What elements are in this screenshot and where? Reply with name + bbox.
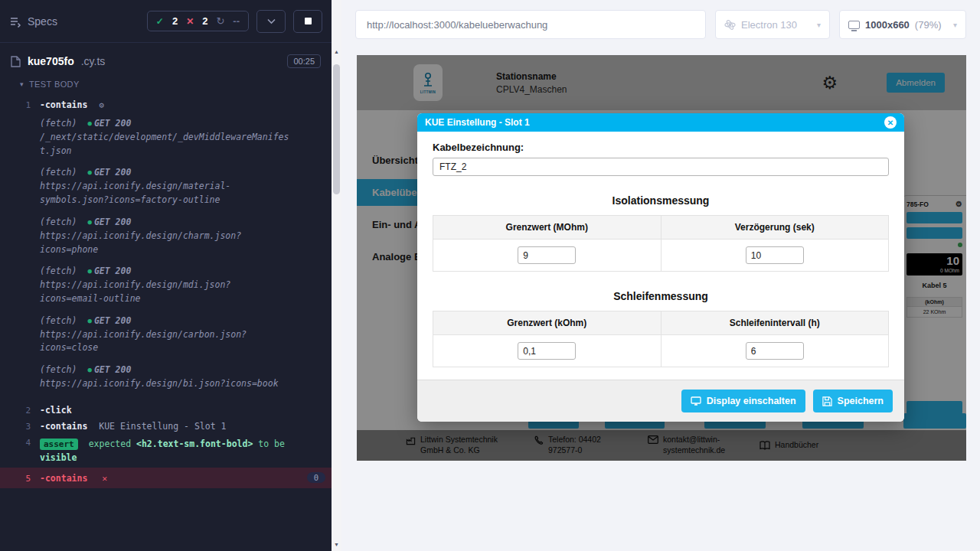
reporter-scrollbar[interactable]: ▲ ▼ <box>332 0 341 551</box>
spec-name: kue705fo <box>28 55 74 67</box>
display-icon <box>691 396 701 406</box>
iso-verzoegerung-input[interactable] <box>746 246 804 264</box>
command-row-contains-modal[interactable]: 3 contains KUE Einstellung - Slot 1 <box>0 418 332 434</box>
pending-count: -- <box>233 15 240 27</box>
chevron-down-icon: ▾ <box>953 21 957 29</box>
aut-toolbar: http://localhost:3000/kabelueberwachung … <box>341 0 980 49</box>
fetch-label: (fetch) <box>40 364 77 377</box>
command-number: 1 <box>0 99 40 110</box>
speichern-button[interactable]: Speichern <box>813 390 893 412</box>
network-log-entry[interactable]: (fetch)●GET 200 https://api.iconify.desi… <box>40 364 292 391</box>
command-name: contains <box>40 421 87 432</box>
failed-x-icon: ✕ <box>186 16 194 27</box>
fetch-url: https://api.iconify.design/mdi.json?icon… <box>40 279 292 306</box>
command-row-contains[interactable]: 1 contains ⚙ (fetch)●GET 200 /_next/stat… <box>0 96 332 402</box>
collapse-button[interactable] <box>256 10 286 33</box>
status-dot-icon: ● <box>87 217 91 228</box>
isolationsmessung-table: Grenzwert (MOhm) Verzögerung (sek) <box>433 215 889 272</box>
chevron-down-icon <box>267 18 276 24</box>
status-dot-icon: ● <box>87 316 91 327</box>
network-log-entry[interactable]: (fetch)●GET 200 /_next/static/developmen… <box>40 117 292 158</box>
viewport-monitor-icon <box>848 21 860 29</box>
stop-button[interactable] <box>293 10 322 33</box>
command-number: 2 <box>0 404 40 416</box>
caret-down-icon: ▾ <box>20 80 24 88</box>
scroll-up-icon[interactable]: ▲ <box>332 49 341 54</box>
reporter-header: Specs ✓ 2 ✕ 2 ↻ -- <box>0 0 332 43</box>
browser-name: Electron 130 <box>741 19 797 31</box>
viewport-size: 1000x660 <box>865 19 910 31</box>
fetch-url: https://api.iconify.design/carbon.json?i… <box>40 328 292 356</box>
spec-duration: 00:25 <box>287 54 321 68</box>
schleifenmessung-title: Schleifenmessung <box>433 290 889 302</box>
network-log: (fetch)●GET 200 /_next/static/developmen… <box>40 117 325 391</box>
command-row-failed[interactable]: 5 contains ✕ 0 <box>0 468 332 488</box>
fetch-url: https://api.iconify.design/charm.json?ic… <box>40 230 292 257</box>
schleifenmessung-table: Grenzwert (kOhm) Schleifenintervall (h) <box>433 311 889 367</box>
passed-count: 2 <box>172 15 178 27</box>
status-dot-icon: ● <box>87 168 91 178</box>
network-log-entry[interactable]: (fetch)●GET 200 https://api.iconify.desi… <box>40 315 292 355</box>
url-text: http://localhost:3000/kabelueberwachung <box>367 19 547 31</box>
schleifenintervall-input[interactable] <box>746 342 804 360</box>
fetch-url: https://api.iconify.design/bi.json?icons… <box>40 377 292 391</box>
app-under-test: LITTWIN Stationsname CPLV4_Maschen ⚙ Abm… <box>357 55 966 461</box>
display-button-label: Display einschalten <box>707 396 796 406</box>
command-number: 3 <box>0 420 40 432</box>
options-gear-icon: ⚙ <box>99 100 104 110</box>
passed-check-icon: ✓ <box>156 16 164 27</box>
isolationsmessung-title: Isolationsmessung <box>433 194 889 207</box>
status-dot-icon: ● <box>87 266 91 277</box>
electron-icon <box>724 19 736 31</box>
command-log: 1 contains ⚙ (fetch)●GET 200 /_next/stat… <box>0 92 332 488</box>
close-icon[interactable]: ✕ <box>884 116 897 129</box>
failed-count: 2 <box>202 15 207 27</box>
fetch-url: /_next/static/development/_devMiddleware… <box>40 131 292 158</box>
assert-text: expected <box>89 439 131 449</box>
spec-file-icon <box>11 56 21 67</box>
command-row-click[interactable]: 2 click <box>0 402 332 418</box>
scrollbar-thumb[interactable] <box>333 64 340 194</box>
kabelbezeichnung-input[interactable] <box>433 158 889 176</box>
cypress-reporter: Specs ✓ 2 ✕ 2 ↻ -- kue705fo.cy.ts 00:25 … <box>0 0 332 551</box>
column-header: Grenzwert (kOhm) <box>433 311 662 335</box>
specs-button[interactable]: Specs <box>9 15 57 28</box>
viewport-selector[interactable]: 1000x660 (79%) ▾ <box>839 10 966 39</box>
display-einschalten-button[interactable]: Display einschalten <box>681 390 805 412</box>
column-header: Schleifenintervall (h) <box>661 311 889 335</box>
chevron-down-icon: ▾ <box>817 21 821 29</box>
fetch-label: (fetch) <box>40 216 77 230</box>
command-name: click <box>40 405 72 416</box>
network-log-entry[interactable]: (fetch)●GET 200 https://api.iconify.desi… <box>40 166 292 207</box>
spec-row[interactable]: kue705fo.cy.ts 00:25 <box>0 43 332 75</box>
fetch-label: (fetch) <box>40 166 77 180</box>
fetch-status: GET 200 <box>94 166 131 180</box>
network-log-entry[interactable]: (fetch)●GET 200 https://api.iconify.desi… <box>40 265 292 305</box>
browser-selector[interactable]: Electron 130 ▾ <box>715 10 830 39</box>
command-name: contains <box>40 99 87 110</box>
pending-restart-icon: ↻ <box>216 15 224 27</box>
assert-text: to be <box>258 439 285 449</box>
specs-list-icon <box>9 15 21 28</box>
assert-selector: <h2.text-sm.font-bold> <box>136 439 253 449</box>
modal-footer: Display einschalten Speichern <box>417 380 904 422</box>
column-header: Grenzwert (MOhm) <box>433 216 662 240</box>
command-number: 4 <box>0 436 40 448</box>
command-name: contains <box>40 473 87 484</box>
test-body-section[interactable]: ▾ TEST BODY <box>0 75 332 92</box>
status-dot-icon: ● <box>87 119 91 129</box>
assert-badge: assert <box>40 439 78 450</box>
fetch-url: https://api.iconify.design/material-symb… <box>40 180 292 207</box>
scroll-down-icon[interactable]: ▼ <box>332 542 341 547</box>
schleife-grenzwert-input[interactable] <box>518 342 576 360</box>
fetch-status: GET 200 <box>94 315 131 328</box>
network-log-entry[interactable]: (fetch)●GET 200 https://api.iconify.desi… <box>40 216 292 256</box>
command-row-assert[interactable]: 4 assert expected <h2.text-sm.font-bold>… <box>0 434 332 468</box>
kue-settings-modal: KUE Einstellung - Slot 1 ✕ Kabelbezeichn… <box>417 113 904 422</box>
modal-title-bar: KUE Einstellung - Slot 1 ✕ <box>417 113 904 132</box>
iso-grenzwert-input[interactable] <box>518 246 576 264</box>
fetch-status: GET 200 <box>94 265 131 279</box>
url-bar[interactable]: http://localhost:3000/kabelueberwachung <box>355 10 706 39</box>
assert-expectation: visible <box>40 452 77 463</box>
fetch-status: GET 200 <box>94 364 131 377</box>
